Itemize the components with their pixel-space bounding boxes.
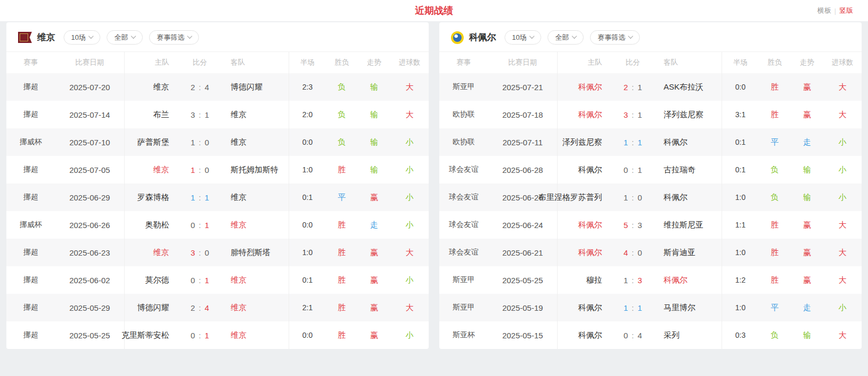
toggle-vertical[interactable]: 竖版 bbox=[839, 6, 853, 15]
chevron-down-icon bbox=[572, 33, 577, 39]
match-row[interactable]: 挪超 2025-07-14 布兰 3 : 1 维京 2:0 负 输 大 bbox=[6, 101, 429, 128]
score-colon: : bbox=[632, 303, 634, 312]
away-score: 1 bbox=[638, 165, 642, 174]
col-header-home: 主队 bbox=[557, 52, 610, 73]
competition-cell: 欧协联 bbox=[439, 137, 488, 147]
filter-dropdown[interactable]: 10场 bbox=[505, 30, 541, 45]
date-cell: 2025-06-26 bbox=[55, 221, 124, 230]
trend-cell: 输 bbox=[358, 137, 390, 147]
home-score: 0 bbox=[623, 165, 628, 174]
home-team: 穆拉 bbox=[557, 266, 610, 294]
table-rows: 斯亚甲 2025-07-21 科佩尔 2 : 1 ASK布拉沃 0:0 胜 赢 … bbox=[439, 73, 862, 349]
score-colon: : bbox=[632, 248, 634, 257]
away-team: 维京 bbox=[223, 303, 289, 313]
col-header-half: 半场 bbox=[289, 52, 326, 73]
date-cell: 2025-06-21 bbox=[488, 248, 557, 257]
match-row[interactable]: 斯亚甲 2025-05-25 穆拉 1 : 3 科佩尔 1:2 胜 赢 大 bbox=[439, 266, 862, 294]
halftime-score: 2:3 bbox=[289, 73, 326, 101]
away-team: 维京 bbox=[223, 193, 289, 203]
match-row[interactable]: 挪超 2025-07-05 维京 1 : 0 斯托姆加斯特 1:0 胜 输 小 bbox=[6, 156, 429, 183]
match-row[interactable]: 斯亚杯 2025-05-15 科佩尔 0 : 4 采列 0:3 负 输 大 bbox=[439, 321, 862, 349]
col-header-goals: 进球数 bbox=[823, 58, 862, 67]
competition-cell: 挪超 bbox=[6, 165, 55, 174]
col-header-trend: 走势 bbox=[358, 58, 390, 67]
filter-dropdown[interactable]: 赛事筛选 bbox=[590, 30, 640, 45]
goals-cell: 大 bbox=[390, 82, 429, 92]
score-colon: : bbox=[199, 276, 201, 285]
match-row[interactable]: 挪超 2025-05-29 博德闪耀 2 : 4 维京 2:1 胜 赢 大 bbox=[6, 294, 429, 321]
trend-cell: 赢 bbox=[358, 248, 390, 258]
away-team: 维京 bbox=[223, 220, 289, 230]
competition-cell: 球会友谊 bbox=[439, 193, 488, 202]
toggle-horizontal[interactable]: 横板 bbox=[818, 6, 831, 15]
result-cell: 负 bbox=[759, 193, 791, 203]
match-row[interactable]: 挪威杯 2025-07-10 萨普斯堡 1 : 0 维京 0:0 负 输 小 bbox=[6, 128, 429, 156]
goals-cell: 小 bbox=[823, 165, 862, 175]
score-cell: 1 : 0 bbox=[177, 165, 223, 174]
home-team: 克里斯蒂安松 bbox=[124, 321, 177, 349]
match-row[interactable]: 球会友谊 2025-06-21 科佩尔 4 : 0 斯肯迪亚 1:0 胜 赢 大 bbox=[439, 239, 862, 266]
viking-crest-icon bbox=[18, 32, 32, 43]
match-row[interactable]: 球会友谊 2025-06-26 布里涅格罗苏普列 1 : 0 科佩尔 1:0 负… bbox=[439, 183, 862, 211]
trend-cell: 赢 bbox=[358, 303, 390, 313]
score-colon: : bbox=[632, 165, 634, 174]
match-row[interactable]: 挪超 2025-06-02 莫尔德 0 : 1 维京 0:1 胜 赢 小 bbox=[6, 266, 429, 294]
filter-dropdown[interactable]: 全部 bbox=[548, 30, 584, 45]
score-cell: 0 : 4 bbox=[610, 331, 656, 340]
score-colon: : bbox=[199, 83, 201, 92]
match-row[interactable]: 球会友谊 2025-06-24 科佩尔 5 : 3 维拉斯尼亚 1:1 胜 赢 … bbox=[439, 211, 862, 239]
date-cell: 2025-05-25 bbox=[55, 331, 124, 340]
filter-dropdown[interactable]: 赛事筛选 bbox=[149, 30, 199, 45]
date-cell: 2025-06-02 bbox=[55, 276, 124, 285]
match-row[interactable]: 挪超 2025-07-20 维京 2 : 4 博德闪耀 2:3 负 输 大 bbox=[6, 73, 429, 101]
filter-dropdown[interactable]: 全部 bbox=[107, 30, 143, 45]
score-cell: 1 : 1 bbox=[610, 303, 656, 312]
match-row[interactable]: 斯亚甲 2025-07-21 科佩尔 2 : 1 ASK布拉沃 0:0 胜 赢 … bbox=[439, 73, 862, 101]
score-colon: : bbox=[199, 248, 201, 257]
match-row[interactable]: 挪超 2025-05-25 克里斯蒂安松 0 : 1 维京 0:0 胜 赢 小 bbox=[6, 321, 429, 349]
competition-cell: 球会友谊 bbox=[439, 165, 488, 174]
competition-cell: 斯亚甲 bbox=[439, 303, 488, 312]
score-cell: 5 : 3 bbox=[610, 221, 656, 230]
date-cell: 2025-07-18 bbox=[488, 110, 557, 119]
competition-cell: 斯亚甲 bbox=[439, 82, 488, 92]
match-row[interactable]: 球会友谊 2025-06-28 科佩尔 0 : 1 古拉瑞奇 0:1 负 输 小 bbox=[439, 156, 862, 183]
panel-header: 科佩尔 10场 全部 赛事筛选 bbox=[439, 22, 862, 51]
home-score: 0 bbox=[623, 331, 628, 340]
col-header-competition: 赛事 bbox=[6, 58, 55, 67]
away-team: 科佩尔 bbox=[656, 193, 722, 203]
view-toggle: 横板 | 竖版 bbox=[818, 0, 853, 21]
away-team: 维京 bbox=[223, 275, 289, 285]
competition-cell: 球会友谊 bbox=[439, 248, 488, 257]
home-score: 2 bbox=[190, 303, 195, 312]
match-row[interactable]: 欧协联 2025-07-11 泽列兹尼察 1 : 1 科佩尔 0:1 平 走 小 bbox=[439, 128, 862, 156]
home-score: 4 bbox=[623, 248, 628, 257]
home-score: 1 bbox=[623, 276, 628, 285]
competition-cell: 挪超 bbox=[6, 275, 55, 285]
match-row[interactable]: 挪威杯 2025-06-26 奥勒松 0 : 1 维京 0:0 胜 走 小 bbox=[6, 211, 429, 239]
filter-dropdown[interactable]: 10场 bbox=[64, 30, 100, 45]
competition-cell: 斯亚甲 bbox=[439, 275, 488, 285]
trend-cell: 赢 bbox=[791, 248, 823, 258]
trend-cell: 输 bbox=[791, 330, 823, 340]
score-colon: : bbox=[199, 165, 201, 174]
match-row[interactable]: 挪超 2025-06-23 维京 3 : 0 腓特烈斯塔 1:0 胜 赢 大 bbox=[6, 239, 429, 266]
home-team: 维京 bbox=[124, 73, 177, 101]
date-cell: 2025-07-21 bbox=[488, 83, 557, 92]
competition-cell: 欧协联 bbox=[439, 110, 488, 119]
goals-cell: 大 bbox=[823, 275, 862, 285]
away-team: 博德闪耀 bbox=[223, 82, 289, 92]
halftime-score: 1:0 bbox=[289, 156, 326, 183]
result-cell: 胜 bbox=[326, 248, 358, 258]
score-cell: 0 : 1 bbox=[177, 276, 223, 285]
match-row[interactable]: 挪超 2025-06-29 罗森博格 1 : 1 维京 0:1 平 赢 小 bbox=[6, 183, 429, 211]
match-row[interactable]: 斯亚甲 2025-05-19 科佩尔 1 : 1 马里博尔 1:0 平 走 小 bbox=[439, 294, 862, 321]
away-team: 科佩尔 bbox=[656, 275, 722, 285]
match-row[interactable]: 欧协联 2025-07-18 科佩尔 3 : 1 泽列兹尼察 3:1 胜 赢 大 bbox=[439, 101, 862, 128]
chevron-down-icon bbox=[131, 33, 136, 39]
result-cell: 胜 bbox=[326, 165, 358, 175]
score-cell: 2 : 1 bbox=[610, 83, 656, 92]
halftime-score: 0:3 bbox=[722, 321, 759, 349]
trend-cell: 赢 bbox=[791, 110, 823, 120]
trend-cell: 赢 bbox=[791, 220, 823, 230]
